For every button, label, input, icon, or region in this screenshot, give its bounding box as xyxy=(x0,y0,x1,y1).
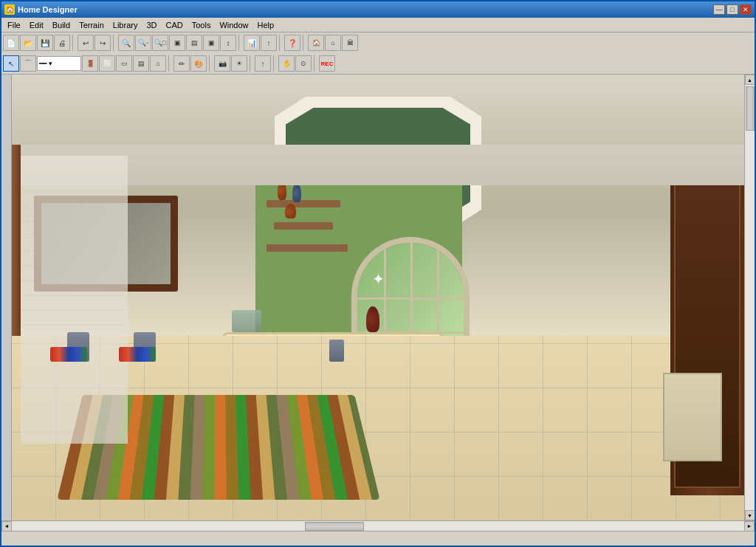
separator-6 xyxy=(168,55,171,72)
open-button[interactable]: 📂 xyxy=(20,35,36,51)
floorplan-button[interactable]: ⌂ xyxy=(325,35,341,51)
title-bar: 🏠 Home Designer — □ ✕ xyxy=(1,1,755,18)
close-button[interactable]: ✕ xyxy=(740,4,752,15)
room-scene: ✦ xyxy=(12,75,744,520)
window-frame: 🏠 Home Designer — □ ✕ File Edit Build Te… xyxy=(0,0,756,547)
zoom-in-button[interactable]: 🔍 xyxy=(118,35,134,51)
menu-library[interactable]: Library xyxy=(109,19,142,31)
scroll-track-bottom[interactable] xyxy=(12,521,744,531)
redo-button[interactable]: ↪ xyxy=(94,35,111,51)
wall-style-dropdown[interactable]: ━━ ▾ xyxy=(37,56,81,71)
rotate-button[interactable]: ↑ xyxy=(255,55,271,72)
room-button[interactable]: ▭ xyxy=(116,55,132,72)
zoom-fit-button[interactable]: 🔍□ xyxy=(152,35,168,51)
separator-3 xyxy=(238,35,241,51)
door-button[interactable]: 🚪 xyxy=(82,55,98,72)
window-title: Home Designer xyxy=(18,5,78,14)
shelf-1 xyxy=(267,200,340,207)
shower-area xyxy=(663,373,722,461)
shelf-vase-2 xyxy=(292,184,301,202)
status-bar xyxy=(1,531,755,546)
ruler-left xyxy=(1,75,12,520)
save-button[interactable]: 💾 xyxy=(37,35,53,51)
toolbar-row-2: ↖ ⌒ ━━ ▾ 🚪 ⬜ ▭ ▤ ⌂ ✏ 🎨 📷 ☀ ↑ ✋ ⊙ REC xyxy=(1,53,755,74)
menu-file[interactable]: File xyxy=(3,19,25,31)
scroll-thumb-right[interactable] xyxy=(746,86,755,131)
decorative-towel-2 xyxy=(119,347,156,362)
select-tool[interactable]: ↖ xyxy=(3,55,19,72)
bathtub-faucet xyxy=(329,340,344,362)
minimize-button[interactable]: — xyxy=(713,4,725,15)
canvas-area[interactable]: ✦ xyxy=(12,75,744,520)
arrow-up-button[interactable]: ↑ xyxy=(261,35,277,51)
menu-cad[interactable]: CAD xyxy=(161,19,187,31)
scroll-left-button[interactable]: ◄ xyxy=(1,521,12,531)
select-all-button[interactable]: ▣ xyxy=(169,35,185,51)
hand-button[interactable]: ✋ xyxy=(278,55,295,72)
zoom-out-button[interactable]: 🔍- xyxy=(135,35,151,51)
menu-bar: File Edit Build Terrain Library 3D CAD T… xyxy=(1,18,755,32)
view3d-button[interactable]: 🏠 xyxy=(308,35,324,51)
separator-7 xyxy=(209,55,212,72)
separator-8 xyxy=(250,55,252,72)
chart-button[interactable]: 📊 xyxy=(244,35,260,51)
separator-2 xyxy=(113,35,116,51)
ceiling xyxy=(21,145,744,185)
separator-5 xyxy=(303,35,306,51)
pencil-button[interactable]: ✏ xyxy=(173,55,190,72)
toolbar-row-1: 📄 📂 💾 🖨 ↩ ↪ 🔍 🔍- 🔍□ ▣ ▤ ▣ ↕ 📊 ↑ ❓ 🏠 ⌂ 🏛 xyxy=(1,32,755,53)
window-button[interactable]: ⬜ xyxy=(99,55,115,72)
menu-help[interactable]: Help xyxy=(253,19,279,31)
maximize-button[interactable]: □ xyxy=(726,4,738,15)
menu-3d[interactable]: 3D xyxy=(142,19,161,31)
separator-9 xyxy=(273,55,276,72)
menu-edit[interactable]: Edit xyxy=(25,19,48,31)
wall-star-decoration: ✦ xyxy=(372,270,385,288)
undo-button[interactable]: ↩ xyxy=(78,35,94,51)
record-button[interactable]: REC xyxy=(319,55,335,72)
roof-button[interactable]: ⌂ xyxy=(150,55,166,72)
horizontal-scrollbar: ◄ ► xyxy=(1,520,755,531)
main-content: ✦ xyxy=(1,75,755,520)
scroll-track-right[interactable] xyxy=(745,85,755,510)
decorative-towel xyxy=(50,347,87,362)
scroll-down-button[interactable]: ▼ xyxy=(745,510,755,520)
menu-window[interactable]: Window xyxy=(215,19,252,31)
sun-button[interactable]: ☀ xyxy=(231,55,247,72)
camera-button[interactable]: 📷 xyxy=(214,55,230,72)
menu-terrain[interactable]: Terrain xyxy=(75,19,109,31)
print-button[interactable]: 🖨 xyxy=(54,35,70,51)
new-button[interactable]: 📄 xyxy=(3,35,19,51)
shelf-vase-3 xyxy=(285,204,296,219)
towels-stack xyxy=(232,310,261,332)
bathtub-vase xyxy=(366,306,379,332)
shelf-2 xyxy=(274,222,333,230)
arc-tool[interactable]: ⌒ xyxy=(20,55,36,72)
toolbars: 📄 📂 💾 🖨 ↩ ↪ 🔍 🔍- 🔍□ ▣ ▤ ▣ ↕ 📊 ↑ ❓ 🏠 ⌂ 🏛 xyxy=(1,32,755,75)
flip-button[interactable]: ↕ xyxy=(220,35,236,51)
scroll-up-button[interactable]: ▲ xyxy=(745,75,755,85)
title-bar-left: 🏠 Home Designer xyxy=(4,4,78,15)
menu-build[interactable]: Build xyxy=(48,19,75,31)
orbit-button[interactable]: ⊙ xyxy=(295,55,312,72)
scroll-right-button[interactable]: ► xyxy=(744,521,755,531)
scroll-thumb-bottom[interactable] xyxy=(305,522,364,531)
scrollbar-right: ▲ ▼ xyxy=(744,75,755,520)
menu-tools[interactable]: Tools xyxy=(188,19,216,31)
title-bar-buttons: — □ ✕ xyxy=(713,4,752,15)
group-button[interactable]: ▣ xyxy=(203,35,219,51)
separator-1 xyxy=(72,35,75,51)
shelf-3 xyxy=(267,244,348,252)
separator-4 xyxy=(279,35,282,51)
app-icon: 🏠 xyxy=(4,4,15,15)
separator-10 xyxy=(314,55,317,72)
help-button[interactable]: ❓ xyxy=(284,35,300,51)
stairs-button[interactable]: ▤ xyxy=(133,55,149,72)
paint-button[interactable]: 🎨 xyxy=(190,55,207,72)
select-button[interactable]: ▤ xyxy=(186,35,202,51)
elevation-button[interactable]: 🏛 xyxy=(342,35,358,51)
white-brick-wall xyxy=(21,156,128,444)
